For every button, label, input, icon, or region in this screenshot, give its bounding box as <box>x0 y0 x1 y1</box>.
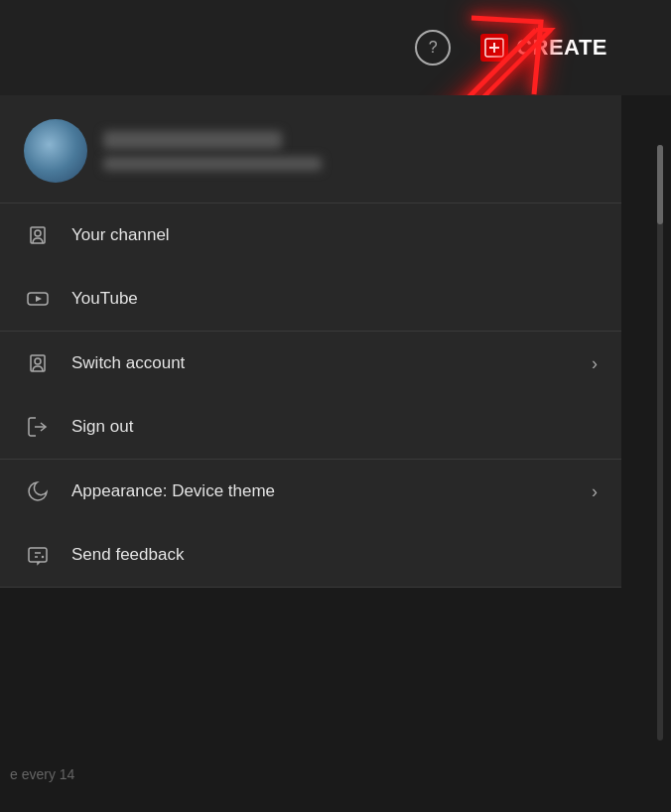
scrollbar-area <box>621 95 671 812</box>
switch-account-label: Switch account <box>71 353 572 373</box>
top-bar: ? CREATE <box>0 0 671 95</box>
scrollbar-thumb[interactable] <box>657 145 663 224</box>
svg-rect-10 <box>29 548 47 562</box>
send-feedback-label: Send feedback <box>71 545 598 565</box>
menu-item-switch-account[interactable]: Switch account › <box>0 332 621 395</box>
feedback-icon <box>24 541 52 569</box>
menu-section-1: Your channel YouTube <box>0 203 621 332</box>
sign-out-label: Sign out <box>71 417 598 437</box>
menu-section-2: Switch account › Sign out <box>0 332 621 460</box>
help-button[interactable]: ? <box>415 30 451 66</box>
svg-point-4 <box>35 230 41 236</box>
create-icon <box>480 34 508 62</box>
user-name <box>103 131 282 149</box>
person-icon <box>24 221 52 249</box>
user-info <box>103 131 322 171</box>
menu-item-appearance[interactable]: Appearance: Device theme › <box>0 460 621 523</box>
user-header <box>0 95 621 203</box>
moon-icon <box>24 477 52 505</box>
bottom-hint-text: e every 14 <box>10 766 74 782</box>
switch-chevron: › <box>592 353 598 374</box>
youtube-icon <box>24 285 52 313</box>
svg-marker-6 <box>36 296 42 302</box>
avatar <box>24 119 87 183</box>
switch-account-icon <box>24 349 52 377</box>
question-mark: ? <box>429 39 438 57</box>
svg-point-8 <box>35 358 41 364</box>
scrollbar-track[interactable] <box>657 145 663 741</box>
appearance-chevron: › <box>592 481 598 502</box>
user-email <box>103 157 322 171</box>
menu-item-sign-out[interactable]: Sign out <box>0 395 621 459</box>
menu-item-send-feedback[interactable]: Send feedback <box>0 523 621 587</box>
menu-item-your-channel[interactable]: Your channel <box>0 203 621 267</box>
your-channel-label: Your channel <box>71 225 598 245</box>
create-button[interactable]: CREATE <box>467 26 621 69</box>
create-label: CREATE <box>516 35 607 61</box>
svg-point-13 <box>43 557 44 558</box>
appearance-label: Appearance: Device theme <box>71 481 572 501</box>
profile-dropdown: Your channel YouTube Switch account <box>0 95 621 588</box>
sign-out-icon <box>24 413 52 441</box>
youtube-label: YouTube <box>71 289 598 309</box>
menu-item-youtube[interactable]: YouTube <box>0 267 621 331</box>
menu-section-3: Appearance: Device theme › Send feedback <box>0 460 621 588</box>
